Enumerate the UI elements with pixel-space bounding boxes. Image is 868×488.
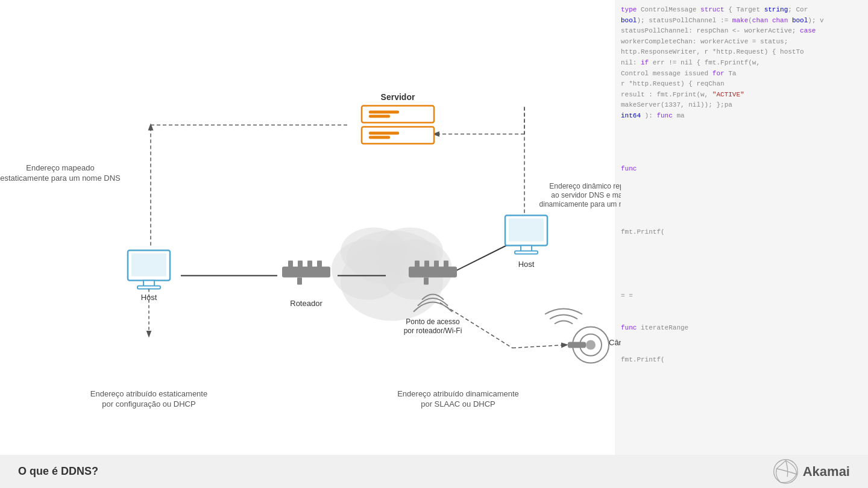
svg-rect-18 <box>369 111 399 114</box>
svg-rect-37 <box>409 267 457 278</box>
svg-rect-40 <box>434 261 439 268</box>
svg-text:Endereço atribuído estaticamen: Endereço atribuído estaticamente <box>90 389 207 398</box>
svg-rect-33 <box>298 261 303 268</box>
akamai-icon <box>772 458 799 485</box>
svg-text:Endereço mapeado: Endereço mapeado <box>26 163 94 172</box>
svg-line-16 <box>512 345 567 348</box>
svg-text:Câmera tipo IP: Câmera tipo IP <box>609 338 621 347</box>
svg-rect-35 <box>317 261 322 268</box>
svg-rect-30 <box>515 251 538 254</box>
svg-point-64 <box>773 460 797 484</box>
svg-text:ao servidor DNS e mapeado: ao servidor DNS e mapeado <box>551 191 621 199</box>
akamai-text: Akamai <box>803 464 850 480</box>
svg-text:por roteador/Wi-Fi: por roteador/Wi-Fi <box>404 327 462 335</box>
svg-text:por configuração ou DHCP: por configuração ou DHCP <box>102 399 195 408</box>
page-title: O que é DDNS? <box>18 465 98 478</box>
svg-text:Roteador: Roteador <box>290 299 322 308</box>
svg-rect-36 <box>297 278 302 285</box>
svg-text:por SLAAC ou DHCP: por SLAAC ou DHCP <box>421 399 495 408</box>
svg-rect-42 <box>424 278 429 285</box>
svg-rect-21 <box>369 132 399 135</box>
svg-rect-20 <box>362 127 434 144</box>
svg-rect-26 <box>137 286 160 289</box>
svg-rect-41 <box>444 261 448 268</box>
svg-text:estaticamente para um nome DNS: estaticamente para um nome DNS <box>0 174 121 183</box>
svg-rect-31 <box>282 267 330 278</box>
code-background: type ControlMessage struct { Target stri… <box>615 0 868 488</box>
svg-rect-17 <box>362 106 434 123</box>
svg-text:Endereço atribuído dinamicamen: Endereço atribuído dinamicamente <box>397 389 519 398</box>
svg-text:Servidor: Servidor <box>381 92 415 102</box>
svg-rect-46 <box>568 342 586 348</box>
network-diagram: Servidor Host Host Roteador Ponto de ace… <box>0 0 621 488</box>
svg-text:Host: Host <box>518 260 535 269</box>
svg-point-45 <box>586 340 596 350</box>
svg-rect-24 <box>131 254 166 277</box>
svg-rect-22 <box>369 136 390 139</box>
svg-rect-19 <box>369 115 390 118</box>
svg-text:dinamicamente para um nome DNS: dinamicamente para um nome DNS <box>539 200 621 208</box>
svg-text:Endereço dinâmico reportado: Endereço dinâmico reportado <box>549 182 621 190</box>
svg-rect-38 <box>415 261 420 268</box>
svg-text:Ponto de acesso: Ponto de acesso <box>406 318 460 326</box>
akamai-logo: Akamai <box>772 458 850 485</box>
bottom-bar: O que é DDNS? Akamai <box>0 455 868 488</box>
svg-rect-34 <box>307 261 312 268</box>
svg-rect-32 <box>288 261 293 268</box>
svg-rect-39 <box>424 261 429 268</box>
svg-rect-28 <box>509 219 544 242</box>
